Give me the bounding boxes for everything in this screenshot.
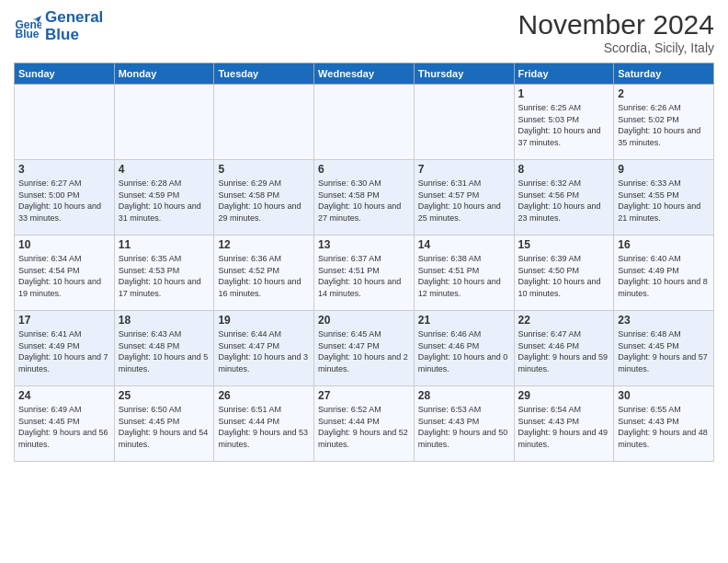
day-cell [314, 85, 415, 160]
day-number: 8 [518, 163, 610, 176]
day-info: Sunrise: 6:51 AM Sunset: 4:44 PM Dayligh… [218, 404, 310, 450]
day-cell: 14Sunrise: 6:38 AM Sunset: 4:51 PM Dayli… [414, 236, 514, 311]
day-cell: 2Sunrise: 6:26 AM Sunset: 5:02 PM Daylig… [614, 85, 714, 160]
day-info: Sunrise: 6:44 AM Sunset: 4:47 PM Dayligh… [218, 328, 310, 374]
day-info: Sunrise: 6:29 AM Sunset: 4:58 PM Dayligh… [218, 178, 310, 224]
day-cell: 11Sunrise: 6:35 AM Sunset: 4:53 PM Dayli… [114, 236, 214, 311]
day-cell: 13Sunrise: 6:37 AM Sunset: 4:51 PM Dayli… [314, 236, 415, 311]
day-number: 27 [318, 389, 410, 402]
day-cell: 12Sunrise: 6:36 AM Sunset: 4:52 PM Dayli… [214, 236, 314, 311]
day-info: Sunrise: 6:50 AM Sunset: 4:45 PM Dayligh… [119, 404, 210, 450]
day-info: Sunrise: 6:30 AM Sunset: 4:58 PM Dayligh… [318, 178, 410, 224]
day-cell: 1Sunrise: 6:25 AM Sunset: 5:03 PM Daylig… [514, 85, 614, 160]
day-info: Sunrise: 6:55 AM Sunset: 4:43 PM Dayligh… [618, 404, 710, 450]
day-info: Sunrise: 6:40 AM Sunset: 4:49 PM Dayligh… [618, 253, 710, 299]
day-info: Sunrise: 6:49 AM Sunset: 4:45 PM Dayligh… [18, 404, 110, 450]
week-row-3: 10Sunrise: 6:34 AM Sunset: 4:54 PM Dayli… [15, 236, 714, 311]
day-cell: 25Sunrise: 6:50 AM Sunset: 4:45 PM Dayli… [114, 386, 214, 462]
day-info: Sunrise: 6:54 AM Sunset: 4:43 PM Dayligh… [518, 404, 610, 450]
calendar-header: SundayMondayTuesdayWednesdayThursdayFrid… [15, 63, 714, 85]
day-number: 10 [18, 238, 110, 251]
day-info: Sunrise: 6:38 AM Sunset: 4:51 PM Dayligh… [418, 253, 510, 299]
header-day-monday: Monday [114, 63, 214, 85]
day-info: Sunrise: 6:36 AM Sunset: 4:52 PM Dayligh… [218, 253, 310, 299]
day-number: 14 [418, 238, 510, 251]
day-cell: 23Sunrise: 6:48 AM Sunset: 4:45 PM Dayli… [614, 311, 714, 386]
day-number: 18 [119, 314, 210, 327]
logo: General Blue General Blue [14, 9, 103, 43]
day-info: Sunrise: 6:45 AM Sunset: 4:47 PM Dayligh… [318, 328, 410, 374]
day-cell: 3Sunrise: 6:27 AM Sunset: 5:00 PM Daylig… [15, 160, 115, 236]
day-info: Sunrise: 6:53 AM Sunset: 4:43 PM Dayligh… [418, 404, 510, 450]
day-number: 23 [618, 314, 710, 327]
day-cell [414, 85, 514, 160]
day-cell [15, 85, 115, 160]
day-cell: 8Sunrise: 6:32 AM Sunset: 4:56 PM Daylig… [514, 160, 614, 236]
day-number: 17 [18, 314, 110, 327]
day-number: 24 [18, 389, 110, 402]
day-number: 4 [119, 163, 210, 176]
day-info: Sunrise: 6:43 AM Sunset: 4:48 PM Dayligh… [119, 328, 210, 374]
day-number: 20 [318, 314, 410, 327]
day-number: 29 [518, 389, 610, 402]
day-cell [114, 85, 214, 160]
day-cell: 18Sunrise: 6:43 AM Sunset: 4:48 PM Dayli… [114, 311, 214, 386]
svg-text:Blue: Blue [16, 28, 40, 40]
day-cell: 24Sunrise: 6:49 AM Sunset: 4:45 PM Dayli… [15, 386, 115, 462]
logo-general: General [45, 9, 103, 27]
day-info: Sunrise: 6:31 AM Sunset: 4:57 PM Dayligh… [418, 178, 510, 224]
header-day-saturday: Saturday [614, 63, 714, 85]
day-info: Sunrise: 6:52 AM Sunset: 4:44 PM Dayligh… [318, 404, 410, 450]
day-number: 9 [618, 163, 710, 176]
day-number: 26 [218, 389, 310, 402]
day-info: Sunrise: 6:48 AM Sunset: 4:45 PM Dayligh… [618, 328, 710, 374]
day-cell: 9Sunrise: 6:33 AM Sunset: 4:55 PM Daylig… [614, 160, 714, 236]
day-number: 7 [418, 163, 510, 176]
day-info: Sunrise: 6:26 AM Sunset: 5:02 PM Dayligh… [618, 102, 710, 148]
day-number: 21 [418, 314, 510, 327]
header-day-sunday: Sunday [15, 63, 115, 85]
day-number: 3 [18, 163, 110, 176]
day-cell: 27Sunrise: 6:52 AM Sunset: 4:44 PM Dayli… [314, 386, 415, 462]
logo-icon: General Blue [14, 13, 41, 40]
day-cell: 20Sunrise: 6:45 AM Sunset: 4:47 PM Dayli… [314, 311, 415, 386]
header-day-tuesday: Tuesday [214, 63, 314, 85]
day-info: Sunrise: 6:35 AM Sunset: 4:53 PM Dayligh… [119, 253, 210, 299]
logo-blue: Blue [45, 27, 103, 44]
header: General Blue General Blue November 2024 … [14, 9, 714, 55]
day-info: Sunrise: 6:33 AM Sunset: 4:55 PM Dayligh… [618, 178, 710, 224]
day-number: 19 [218, 314, 310, 327]
day-info: Sunrise: 6:32 AM Sunset: 4:56 PM Dayligh… [518, 178, 610, 224]
calendar-body: 1Sunrise: 6:25 AM Sunset: 5:03 PM Daylig… [15, 85, 714, 462]
header-day-thursday: Thursday [414, 63, 514, 85]
day-cell: 30Sunrise: 6:55 AM Sunset: 4:43 PM Dayli… [614, 386, 714, 462]
day-cell: 29Sunrise: 6:54 AM Sunset: 4:43 PM Dayli… [514, 386, 614, 462]
week-row-5: 24Sunrise: 6:49 AM Sunset: 4:45 PM Dayli… [15, 386, 714, 462]
day-info: Sunrise: 6:28 AM Sunset: 4:59 PM Dayligh… [119, 178, 210, 224]
day-info: Sunrise: 6:41 AM Sunset: 4:49 PM Dayligh… [18, 328, 110, 374]
day-number: 12 [218, 238, 310, 251]
day-cell: 15Sunrise: 6:39 AM Sunset: 4:50 PM Dayli… [514, 236, 614, 311]
day-number: 13 [318, 238, 410, 251]
day-number: 11 [119, 238, 210, 251]
day-number: 16 [618, 238, 710, 251]
week-row-1: 1Sunrise: 6:25 AM Sunset: 5:03 PM Daylig… [15, 85, 714, 160]
day-cell: 5Sunrise: 6:29 AM Sunset: 4:58 PM Daylig… [214, 160, 314, 236]
day-info: Sunrise: 6:25 AM Sunset: 5:03 PM Dayligh… [518, 102, 610, 148]
day-cell: 4Sunrise: 6:28 AM Sunset: 4:59 PM Daylig… [114, 160, 214, 236]
day-info: Sunrise: 6:27 AM Sunset: 5:00 PM Dayligh… [18, 178, 110, 224]
day-number: 30 [618, 389, 710, 402]
header-row: SundayMondayTuesdayWednesdayThursdayFrid… [15, 63, 714, 85]
title-section: November 2024 Scordia, Sicily, Italy [518, 9, 714, 55]
day-cell: 28Sunrise: 6:53 AM Sunset: 4:43 PM Dayli… [414, 386, 514, 462]
day-number: 5 [218, 163, 310, 176]
day-cell: 7Sunrise: 6:31 AM Sunset: 4:57 PM Daylig… [414, 160, 514, 236]
day-cell: 22Sunrise: 6:47 AM Sunset: 4:46 PM Dayli… [514, 311, 614, 386]
header-day-friday: Friday [514, 63, 614, 85]
header-day-wednesday: Wednesday [314, 63, 415, 85]
day-info: Sunrise: 6:47 AM Sunset: 4:46 PM Dayligh… [518, 328, 610, 374]
day-info: Sunrise: 6:46 AM Sunset: 4:46 PM Dayligh… [418, 328, 510, 374]
day-number: 28 [418, 389, 510, 402]
day-cell: 21Sunrise: 6:46 AM Sunset: 4:46 PM Dayli… [414, 311, 514, 386]
day-cell: 17Sunrise: 6:41 AM Sunset: 4:49 PM Dayli… [15, 311, 115, 386]
